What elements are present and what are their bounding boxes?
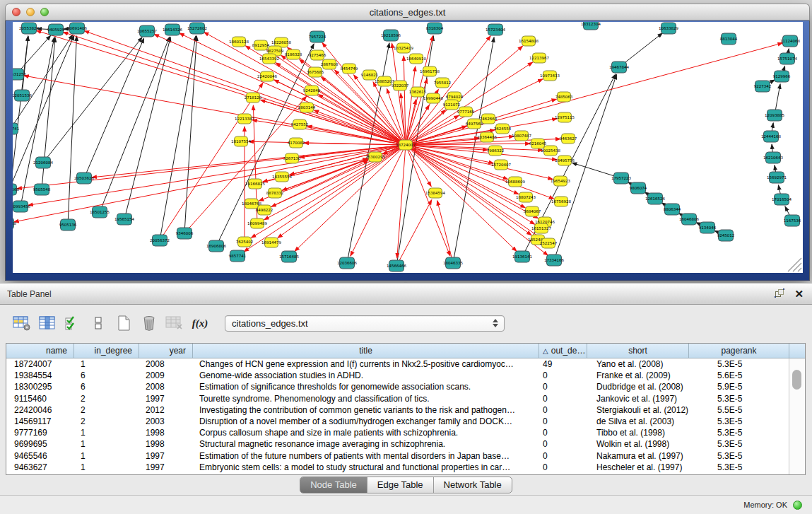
graph-node[interactable]: 7625402 [236,237,254,247]
table-cell-name[interactable]: 9465546 [6,450,74,462]
graph-node[interactable]: 9146821 [361,70,379,80]
graph-node[interactable]: 18614326 [163,24,182,35]
graph-node[interactable]: 3675685 [307,67,324,77]
table-cell-year[interactable]: 2003 [139,416,193,427]
table-cell-year[interactable]: 1998 [139,438,193,450]
graph-node[interactable]: 20553827 [19,23,39,34]
column-header-in_degree[interactable]: in_degree [74,344,139,358]
window-titlebar[interactable]: citations_edges.txt [5,4,810,21]
table-cell-out_de[interactable]: 0 [539,393,587,404]
table-cell-out_de[interactable]: 0 [539,450,587,462]
table-row[interactable]: 977716911998Corpus callosum shape and si… [6,427,805,438]
graph-node[interactable]: 10655257 [137,25,157,37]
table-cell-title[interactable]: Changes of HCN gene expression and I(f) … [193,358,539,370]
table-cell-name[interactable]: 14569117 [6,416,74,427]
graph-node[interactable]: 9505136 [59,219,77,230]
graph-node[interactable]: 18312304 [581,22,601,30]
table-row[interactable]: 1456911722003Disruption of a novel membe… [6,416,805,427]
table-row[interactable]: 946362711997Embryonic stem cells: a mode… [6,462,805,473]
graph-node[interactable]: 7986322 [487,146,505,156]
table-cell-year[interactable]: 2008 [139,358,193,370]
graph-node[interactable]: 19565154 [114,214,134,225]
graph-node[interactable]: 9777169 [457,107,475,117]
graph-node[interactable]: 11124068 [780,35,800,47]
network-canvas-area[interactable]: 1872400718601128891295418226058982750916… [13,22,803,273]
table-cell-in_degree[interactable]: 2 [74,416,139,427]
table-row[interactable]: 1938455462009Genome-wide association stu… [6,370,805,381]
table-cell-year[interactable]: 1998 [139,427,193,438]
table-row[interactable]: 969969511998Structural magnetic resonanc… [6,438,805,450]
graph-node[interactable]: 9242848 [303,86,321,95]
table-cell-in_degree[interactable]: 2 [74,404,139,416]
graph-node[interactable]: 8806344 [664,204,681,215]
tab-edge-table[interactable]: Edge Table [367,477,434,493]
graph-node[interactable]: 15751074 [777,53,797,64]
table-cell-name[interactable]: 9777169 [6,427,74,438]
table-cell-short[interactable]: Yano et al. (2008) [587,358,689,370]
table-cell-name[interactable]: 9115460 [6,393,74,404]
graph-node[interactable]: 16154808 [519,36,539,46]
graph-node[interactable]: 8427552 [291,119,309,129]
graph-node[interactable]: 8498222 [256,205,273,215]
graph-node[interactable]: 3624554 [494,124,512,134]
table-cell-in_degree[interactable]: 6 [74,381,139,392]
table-cell-pagerank[interactable]: 5.3E-5 [689,427,789,438]
column-header-name[interactable]: name [6,344,74,358]
graph-node[interactable]: 16906806 [206,240,226,252]
graph-node[interactable]: 9322037 [392,81,409,90]
delete-table-icon[interactable] [139,313,160,334]
table-cell-pagerank[interactable]: 5.3E-5 [689,462,789,473]
table-cell-short[interactable]: Tibbo et al. (1998) [587,427,689,438]
table-cell-year[interactable]: 1997 [139,393,193,404]
table-cell-short[interactable]: Jankovic et al. (1997) [587,393,689,404]
table-row[interactable]: 2242004622012Investigating the contribut… [6,404,805,416]
graph-node[interactable]: 15384594 [425,188,445,198]
table-cell-pagerank[interactable]: 5.3E-5 [689,416,789,427]
graph-node[interactable]: 8878332 [266,188,284,198]
graph-node[interactable]: 16914479 [261,238,281,247]
table-cell-in_degree[interactable]: 1 [74,427,139,438]
close-panel-icon[interactable]: ✕ [794,288,804,300]
table-row[interactable]: 911546021997Tourette syndrome. Phenomeno… [6,393,805,404]
table-cell-out_de[interactable]: 0 [539,416,587,427]
table-cell-out_de[interactable]: 0 [539,381,587,392]
table-cell-short[interactable]: Dudbridge et al. (2008) [587,381,689,392]
graph-node[interactable]: 19136141 [512,251,532,262]
graph-node[interactable]: 16210643 [763,152,783,163]
column-header-year[interactable]: year [139,344,193,358]
table-cell-out_de[interactable]: 0 [539,370,587,381]
graph-node[interactable]: 10993456 [13,201,30,212]
graph-node[interactable]: 10807487 [512,131,531,141]
table-cell-year[interactable]: 2008 [139,381,193,392]
table-row[interactable]: 1830029562008Estimation of significance … [6,381,805,392]
graph-node[interactable]: 9245012 [717,230,735,241]
graph-node[interactable]: 1362615 [409,87,427,97]
graph-node[interactable]: 9806074 [630,182,647,194]
graph-node[interactable]: 17016504 [772,194,792,205]
column-header-pagerank[interactable]: pagerank [689,344,789,358]
graph-node[interactable]: 9129966 [773,71,791,82]
table-cell-name[interactable]: 9463627 [6,462,74,473]
function-builder-icon[interactable]: f(x) [189,313,211,334]
table-cell-in_degree[interactable]: 2 [74,393,139,404]
scrollbar-thumb[interactable] [792,370,801,390]
table-cell-title[interactable]: Structural magnetic resonance image aver… [193,438,539,450]
graph-node[interactable]: 18601128 [229,37,249,47]
table-cell-year[interactable]: 1997 [139,450,193,462]
table-row[interactable]: 1872400712008Changes of HCN gene express… [6,358,805,370]
graph-node[interactable]: 12213967 [529,53,549,63]
graph-node[interactable]: 17957223 [611,173,631,184]
graph-node[interactable]: 12036606 [337,257,357,269]
table-cell-in_degree[interactable]: 1 [74,438,139,450]
graph-node[interactable]: 12616526 [645,193,665,204]
graph-node[interactable]: 15723404 [486,24,505,35]
graph-node[interactable]: 9275466 [309,50,326,60]
graph-node[interactable]: 3684067 [524,206,541,216]
graph-node[interactable]: 8318304 [426,23,444,34]
graph-node[interactable]: 9121072 [443,100,461,110]
graph-node[interactable]: 2522547 [540,238,558,248]
float-panel-icon[interactable] [775,289,785,299]
tab-node-table[interactable]: Node Table [300,477,367,493]
graph-node[interactable]: 2718120 [245,93,262,103]
table-cell-name[interactable]: 18300295 [6,381,74,392]
